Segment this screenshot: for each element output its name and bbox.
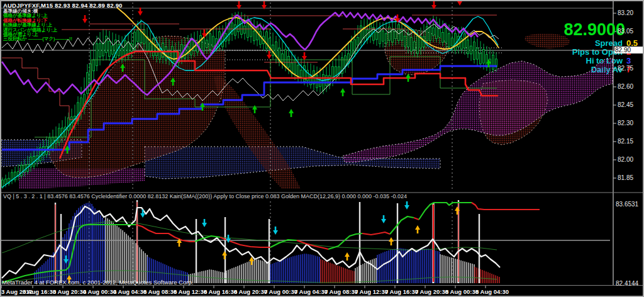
candle-body (433, 28, 435, 35)
candle-body (398, 25, 400, 40)
candle-body (411, 38, 413, 52)
candle-body (417, 36, 419, 53)
time-axis-label: 7 Aug 12:30 (355, 288, 388, 295)
time-axis-label: 6 Aug 08:30 (143, 288, 177, 295)
copyright-text: MetaTrader 4 at FOREX.com, c 2001-2012, … (2, 279, 193, 286)
ichimoku-cloud (525, 33, 570, 48)
bid-price: 82.9000 (564, 20, 625, 40)
time-axis-label: 4 Aug 04:30 (113, 288, 147, 295)
candle-body (445, 28, 447, 42)
down-arrow-signal (202, 219, 207, 227)
up-arrow-signal (340, 88, 345, 96)
down-arrow-signal (302, 52, 307, 60)
candle-body (357, 38, 359, 45)
candle-body (109, 41, 111, 56)
candle-body (470, 46, 472, 54)
candle-body (253, 31, 255, 41)
price-axis-label: 82.00 (618, 156, 633, 163)
candle-body (175, 51, 177, 61)
candle-body (250, 26, 252, 36)
candle-body (21, 165, 23, 176)
candle-body (448, 33, 450, 47)
time-axis-label: 8 Aug 00:30 (445, 288, 479, 295)
mt4-chart-window: AUDJPYFXF,M15 82.93 82.94 82.89 82.90 基準… (0, 0, 644, 297)
down-arrow-signal (82, 15, 87, 23)
main-chart-plot[interactable] (1, 0, 613, 191)
up-arrow-signal (406, 74, 411, 82)
down-arrow-signal (202, 30, 207, 38)
candle-body (96, 43, 98, 65)
candle-body (43, 147, 45, 155)
candle-body (209, 34, 211, 50)
time-axis-label: 8 Aug 04:30 (475, 288, 509, 295)
candle-body (326, 76, 328, 86)
price-axis-label: 82.60 (618, 83, 633, 90)
candle-body (106, 36, 108, 53)
candle-body (345, 56, 347, 67)
candle-body (376, 32, 378, 40)
time-axis-label: 6 Aug 16:30 (204, 288, 237, 295)
window-frame-left (0, 0, 1, 297)
candle-body (492, 55, 494, 69)
candle-body (285, 50, 287, 67)
candle-body (140, 32, 142, 43)
chart-canvas[interactable] (0, 0, 644, 297)
price-axis-label: 82.75 (618, 65, 633, 72)
time-axis-label: 6 Aug 20:30 (234, 288, 267, 295)
trend-color-line (390, 216, 414, 234)
candle-body (2, 180, 4, 187)
down-arrow-signal (273, 227, 278, 235)
candle-body (99, 43, 101, 57)
trend-color-line (270, 240, 297, 247)
up-arrow-signal (389, 237, 394, 245)
price-axis-label: 81.85 (618, 174, 633, 181)
candle-body (203, 38, 205, 50)
candle-body (231, 23, 233, 34)
candle-body (414, 42, 416, 50)
candle-body (379, 28, 381, 43)
price-axis-label: 83.20 (618, 9, 633, 16)
indicator-window-title: VQ | 5 . 3 . 2 . 1 | 83.4576 83.4576 Cyc… (3, 193, 407, 199)
candle-body (467, 40, 469, 53)
candle-body (483, 50, 485, 64)
time-axis-label: 6 Aug 12:30 (174, 288, 207, 295)
candle-body (213, 36, 214, 47)
down-arrow-signal (381, 215, 386, 223)
candle-body (282, 53, 284, 62)
candle-body (480, 53, 482, 64)
candle-body (404, 36, 406, 46)
ichimoku-status-legend: 基準線の傾き:横価格が基準線より:上価格が転換線より:下転換線が基準線より:上遅… (3, 9, 72, 42)
up-arrow-signal (222, 251, 227, 259)
down-arrow-signal (267, 51, 272, 59)
candle-body (143, 30, 145, 44)
price-axis-label: 83.05 (618, 28, 633, 35)
candle-body (474, 42, 475, 60)
time-axis-label: 7 Aug 00:30 (264, 288, 297, 295)
candle-body (455, 33, 457, 50)
candle-body (360, 26, 362, 43)
candle-body (288, 56, 290, 67)
candle-body (452, 38, 453, 46)
candle-body (266, 32, 268, 48)
down-arrow-signal (465, 189, 470, 198)
candle-body (430, 27, 431, 40)
candle-body (238, 18, 240, 32)
ichimoku-cloud (385, 30, 448, 75)
candle-body (301, 70, 303, 77)
time-axis-label: 3 Aug 20:30 (53, 288, 86, 295)
candle-body (206, 40, 208, 48)
candle-body (382, 31, 384, 41)
price-axis-label: 82.45 (618, 101, 633, 108)
indicator-window-plot[interactable] (1, 189, 610, 284)
candle-body (58, 128, 60, 142)
candle-body (200, 35, 202, 48)
trend-color-line (419, 203, 472, 220)
trend-color-line (414, 218, 419, 220)
up-arrow-signal (252, 105, 257, 113)
candle-body (244, 26, 246, 33)
down-arrow-signal (404, 201, 409, 210)
time-axis-label: 3 Aug 16:30 (23, 288, 56, 295)
down-arrow-signal (138, 8, 143, 16)
candle-body (112, 46, 114, 54)
time-axis-label: 7 Aug 20:30 (415, 288, 448, 295)
